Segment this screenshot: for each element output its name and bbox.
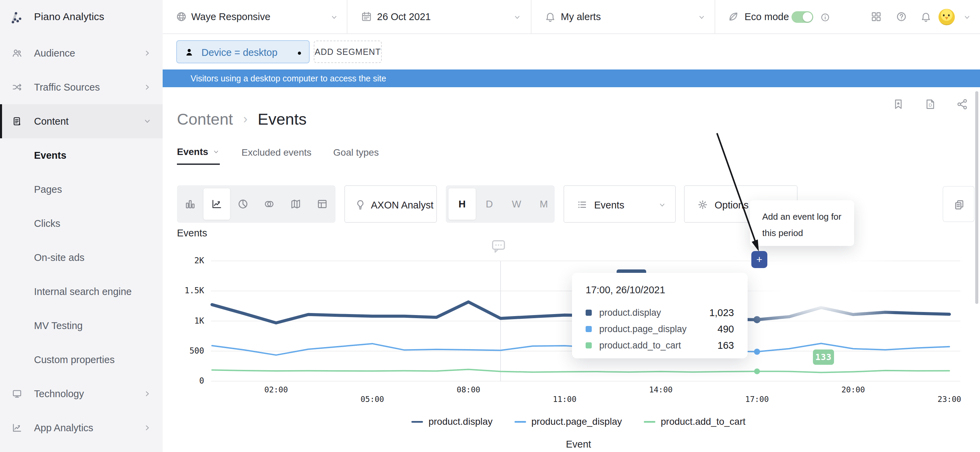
page-title: Events xyxy=(258,110,307,128)
metric-dropdown[interactable]: Events xyxy=(563,185,676,223)
toggle-knob xyxy=(803,12,812,22)
sidebar-item-app-analytics[interactable]: App Analytics xyxy=(0,411,163,445)
chevron-down-icon[interactable] xyxy=(963,13,971,21)
tab-label: Excluded events xyxy=(242,147,311,158)
granularity-w-button[interactable]: W xyxy=(503,185,530,223)
legend-item-product-page-display[interactable]: product.page_display xyxy=(514,416,622,427)
divider xyxy=(531,0,531,34)
notifications-bell-icon[interactable] xyxy=(920,11,932,22)
sidebar-item-clicks[interactable]: Clicks xyxy=(0,206,163,241)
series-color-swatch xyxy=(585,326,592,332)
tab-excluded-events[interactable]: Excluded events xyxy=(242,147,311,165)
chevron-down-icon xyxy=(658,201,666,209)
series-color-swatch xyxy=(585,342,592,348)
help-icon[interactable] xyxy=(896,11,907,22)
user-avatar[interactable] xyxy=(939,9,955,25)
gear-icon xyxy=(697,199,708,211)
tab-bar: Events Excluded events Goal types xyxy=(177,147,379,165)
segment-description-banner: Visitors using a desktop computer to acc… xyxy=(163,69,980,87)
highlight-dot-product-add-to-cart xyxy=(754,369,760,374)
line-chart-icon[interactable] xyxy=(211,198,223,210)
legend-dash-icon xyxy=(411,421,423,423)
chevron-down-icon xyxy=(143,117,152,126)
sidebar: Piano Analytics AudienceTraffic SourcesC… xyxy=(0,0,163,452)
metric-dropdown-label: Events xyxy=(594,200,624,211)
sidebar-item-label: On-site ads xyxy=(34,252,84,263)
segment-chip[interactable]: Device = desktop xyxy=(176,40,310,63)
segment-bar: Device = desktop ADD SEGMENT xyxy=(163,34,980,69)
chart-tooltip-rows: product.display1,023product.page_display… xyxy=(585,305,734,353)
sidebar-item-on-site-ads[interactable]: On-site ads xyxy=(0,241,163,275)
sidebar-item-traffic-sources[interactable]: Traffic Sources xyxy=(0,70,163,104)
sidebar-item-events[interactable]: Events xyxy=(0,138,163,172)
granularity-d-button[interactable]: D xyxy=(476,185,503,223)
apps-grid-icon[interactable] xyxy=(870,11,882,22)
chevron-down-icon[interactable] xyxy=(513,13,521,21)
chevron-down-icon[interactable] xyxy=(330,13,338,21)
sidebar-item-label: Clicks xyxy=(34,218,60,229)
scrollbar-thumb[interactable] xyxy=(975,91,978,304)
report-document-icon[interactable]: D xyxy=(924,98,937,110)
sidebar-item-internal-search-engine[interactable]: Internal search engine xyxy=(0,275,163,308)
tab-events[interactable]: Events xyxy=(177,147,220,165)
tooltip-row-product-add-to-cart: product.add_to_cart163 xyxy=(585,337,734,353)
divider xyxy=(714,0,715,34)
series-line-product-add-to-cart[interactable] xyxy=(212,369,950,372)
tooltip-series-value: 1,023 xyxy=(709,307,734,318)
shuffle-icon xyxy=(11,82,22,93)
add-segment-button[interactable]: ADD SEGMENT xyxy=(314,40,382,63)
pie-chart-icon[interactable] xyxy=(237,198,249,210)
sidebar-item-content[interactable]: Content xyxy=(0,104,163,138)
event-log-tooltip-line2: this period xyxy=(762,225,854,241)
chevron-down-icon[interactable] xyxy=(698,13,706,21)
info-icon[interactable] xyxy=(820,12,830,22)
tooltip-series-value: 163 xyxy=(718,340,734,351)
chart-type-switcher xyxy=(177,185,336,223)
sidebar-item-label: Custom properties xyxy=(34,354,115,366)
sidebar-item-custom-properties[interactable]: Custom properties xyxy=(0,343,163,377)
granularity-m-button[interactable]: M xyxy=(530,185,557,223)
event-log-badge[interactable]: 133 xyxy=(813,350,834,365)
sidebar-item-pages[interactable]: Pages xyxy=(0,172,163,206)
tab-label: Events xyxy=(177,147,208,157)
legend-item-product-display[interactable]: product.display xyxy=(411,416,492,427)
sidebar-item-label: Technology xyxy=(34,388,84,399)
copy-pages-icon xyxy=(953,199,965,211)
add-event-log-button[interactable]: + xyxy=(751,251,767,268)
legend-dash-icon xyxy=(514,421,526,423)
bar-chart-icon[interactable] xyxy=(185,198,196,210)
piano-analytics-page: Piano Analytics AudienceTraffic SourcesC… xyxy=(0,0,980,452)
table-icon[interactable] xyxy=(317,198,328,210)
sidebar-item-audience[interactable]: Audience xyxy=(0,36,163,70)
avatar-eye xyxy=(948,14,950,16)
bookmark-star-icon[interactable] xyxy=(892,98,904,110)
sidebar-nav: AudienceTraffic SourcesContentEventsPage… xyxy=(0,36,163,445)
y-axis-title: Events xyxy=(177,228,207,239)
globe-icon xyxy=(176,11,187,22)
tab-label: Goal types xyxy=(333,147,379,158)
sidebar-item-label: App Analytics xyxy=(34,422,93,434)
tooltip-row-product-page-display: product.page_display490 xyxy=(585,321,734,337)
legend-item-product-add-to-cart[interactable]: product.add_to_cart xyxy=(644,416,746,427)
duplicate-view-button[interactable] xyxy=(943,186,975,222)
granularity-h-button[interactable]: H xyxy=(449,185,476,223)
comment-bubble-icon[interactable] xyxy=(492,239,506,254)
sidebar-item-mv-testing[interactable]: MV Testing xyxy=(0,308,163,343)
venn-diagram-icon[interactable] xyxy=(263,198,275,210)
tab-goal-types[interactable]: Goal types xyxy=(333,147,379,165)
list-icon xyxy=(576,199,588,211)
map-icon[interactable] xyxy=(290,198,301,210)
segment-settings-icon[interactable] xyxy=(292,47,304,58)
alerts-selector[interactable]: My alerts xyxy=(561,11,601,22)
site-selector[interactable]: Waye Responsive xyxy=(191,11,270,22)
sidebar-item-technology[interactable]: Technology xyxy=(0,377,163,411)
eco-mode-toggle[interactable] xyxy=(791,11,813,23)
chart-legend: product.displayproduct.page_displayprodu… xyxy=(191,416,966,427)
legend-label: product.display xyxy=(428,416,492,427)
axon-analyst-button[interactable]: AXON Analyst xyxy=(344,185,437,223)
breadcrumb-section[interactable]: Content xyxy=(177,110,233,128)
date-selector[interactable]: 26 Oct 2021 xyxy=(377,11,431,22)
sidebar-item-label: Traffic Sources xyxy=(34,82,100,93)
legend-label: product.page_display xyxy=(531,416,622,427)
share-icon[interactable] xyxy=(956,98,969,110)
